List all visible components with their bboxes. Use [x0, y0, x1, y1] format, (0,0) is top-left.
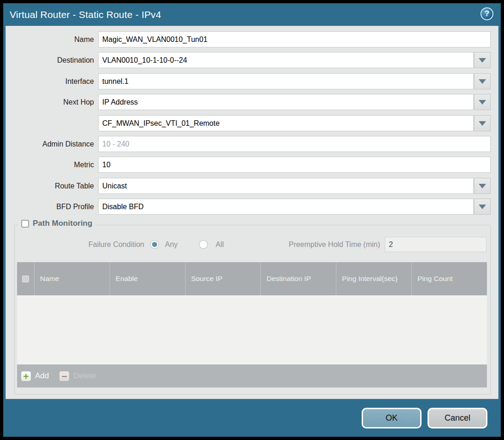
- bfd-profile-input[interactable]: [98, 199, 474, 215]
- dialog-footer: OK Cancel: [3, 399, 501, 437]
- route-table-label: Route Table: [15, 178, 94, 194]
- bfd-profile-label: BFD Profile: [15, 199, 94, 215]
- form-row-metric: Metric: [6, 157, 498, 173]
- column-header-source-ip: Source IP: [186, 262, 261, 295]
- path-monitoring-table: Name Enable Source IP Destination IP Pin…: [17, 262, 487, 387]
- delete-button-label: Delete: [73, 371, 96, 381]
- form-row-next-hop: Next Hop: [6, 94, 498, 110]
- table-header: Name Enable Source IP Destination IP Pin…: [17, 262, 487, 295]
- form-panel: Name Destination Interface: [6, 26, 498, 399]
- add-button-label: Add: [35, 371, 49, 381]
- delete-button[interactable]: − Delete: [59, 371, 96, 381]
- form-row-route-table: Route Table: [6, 178, 498, 194]
- path-monitoring-section: Path Monitoring Failure Condition Any Al…: [14, 225, 491, 394]
- next-hop-address-label: [15, 115, 94, 131]
- next-hop-address-dropdown-button[interactable]: [474, 115, 491, 131]
- failure-condition-any-radio[interactable]: [150, 240, 159, 249]
- column-header-ping-count: Ping Count: [412, 262, 487, 295]
- route-table-dropdown-button[interactable]: [474, 178, 491, 194]
- form-row-name: Name: [6, 31, 498, 47]
- column-header-ping-interval: Ping Interval(sec): [336, 262, 412, 295]
- bfd-profile-dropdown-button[interactable]: [474, 199, 491, 215]
- minus-icon: −: [59, 371, 70, 381]
- next-hop-type-input[interactable]: [98, 94, 474, 110]
- path-monitoring-legend: Path Monitoring: [18, 219, 96, 228]
- chevron-down-icon: [479, 79, 486, 84]
- admin-distance-label: Admin Distance: [15, 136, 94, 152]
- dialog-title: Virtual Router - Static Route - IPv4: [10, 9, 161, 20]
- dialog-titlebar: Virtual Router - Static Route - IPv4 ?: [3, 3, 501, 26]
- chevron-down-icon: [479, 58, 486, 63]
- interface-label: Interface: [15, 73, 94, 89]
- interface-dropdown-button[interactable]: [474, 73, 491, 89]
- next-hop-address-input[interactable]: [98, 115, 474, 131]
- destination-label: Destination: [15, 52, 94, 68]
- table-header-checkbox-cell: [17, 262, 35, 295]
- failure-condition-any-label: Any: [165, 236, 178, 252]
- destination-dropdown-button[interactable]: [474, 52, 491, 68]
- preemptive-hold-time-input[interactable]: [385, 237, 486, 252]
- metric-input[interactable]: [98, 157, 491, 173]
- failure-condition-row: Failure Condition Any All Preemptive Hol…: [15, 236, 490, 252]
- metric-label: Metric: [15, 157, 94, 173]
- plus-icon: +: [21, 371, 31, 381]
- interface-input[interactable]: [98, 73, 474, 89]
- table-toolbar: + Add − Delete: [17, 364, 487, 387]
- chevron-down-icon: [479, 184, 486, 188]
- form-row-interface: Interface: [6, 73, 498, 89]
- ok-button[interactable]: OK: [362, 408, 422, 428]
- form-row-admin-distance: Admin Distance: [6, 136, 498, 152]
- failure-condition-all-radio[interactable]: [199, 240, 208, 249]
- path-monitoring-title: Path Monitoring: [33, 219, 92, 228]
- failure-condition-label: Failure Condition: [42, 236, 144, 252]
- chevron-down-icon: [479, 100, 486, 105]
- form-row-next-hop-address: [6, 115, 498, 131]
- preemptive-hold-time-label: Preemptive Hold Time (min): [259, 236, 380, 252]
- column-header-destination-ip: Destination IP: [261, 262, 336, 295]
- column-header-enable: Enable: [110, 262, 186, 295]
- next-hop-label: Next Hop: [15, 94, 94, 110]
- column-header-name: Name: [35, 262, 110, 295]
- form-row-destination: Destination: [6, 52, 498, 68]
- destination-input[interactable]: [98, 52, 474, 68]
- chevron-down-icon: [479, 205, 486, 209]
- chevron-down-icon: [479, 121, 486, 126]
- cancel-button[interactable]: Cancel: [428, 408, 487, 428]
- static-route-dialog: Virtual Router - Static Route - IPv4 ? N…: [3, 3, 501, 437]
- admin-distance-input[interactable]: [98, 136, 491, 152]
- form-row-bfd-profile: BFD Profile: [6, 199, 498, 215]
- name-label: Name: [15, 31, 94, 47]
- name-input[interactable]: [98, 31, 491, 47]
- route-table-input[interactable]: [98, 178, 474, 194]
- next-hop-dropdown-button[interactable]: [474, 94, 491, 110]
- select-all-checkbox[interactable]: [22, 276, 29, 282]
- path-monitoring-checkbox[interactable]: [21, 220, 29, 228]
- failure-condition-all-label: All: [216, 236, 224, 252]
- help-icon[interactable]: ?: [481, 7, 493, 20]
- table-body-empty: [17, 295, 487, 364]
- screen: Virtual Router - Static Route - IPv4 ? N…: [0, 0, 504, 440]
- add-button[interactable]: + Add: [21, 371, 49, 381]
